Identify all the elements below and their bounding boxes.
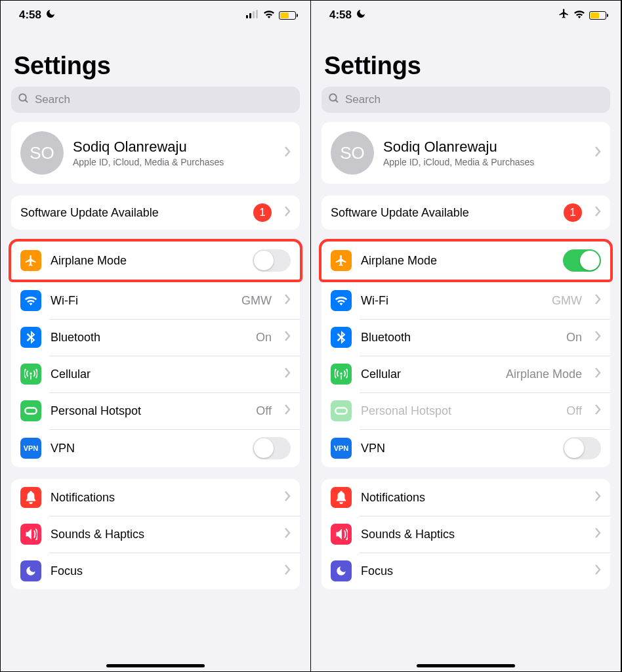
airplane-mode-highlight: Airplane Mode xyxy=(9,239,302,282)
airplane-mode-label: Airplane Mode xyxy=(361,254,554,268)
bluetooth-label: Bluetooth xyxy=(51,331,247,345)
chevron-right-icon xyxy=(285,491,291,504)
profile-row[interactable]: SO Sodiq Olanrewaju Apple ID, iCloud, Me… xyxy=(321,122,610,184)
vpn-icon: VPN xyxy=(331,438,352,459)
hotspot-row[interactable]: Personal Hotspot Off xyxy=(11,392,300,429)
wifi-row[interactable]: Wi-Fi GMW xyxy=(321,282,610,319)
title-area: Settings xyxy=(1,30,310,87)
svg-rect-0 xyxy=(246,15,248,18)
sounds-label: Sounds & Haptics xyxy=(361,528,582,541)
cellular-row[interactable]: Cellular Airplane Mode xyxy=(321,356,610,392)
profile-name: Sodiq Olanrewaju xyxy=(383,138,582,156)
chevron-right-icon xyxy=(595,368,601,381)
wifi-label: Wi-Fi xyxy=(51,294,232,308)
bluetooth-row[interactable]: Bluetooth On xyxy=(321,319,610,356)
hotspot-icon xyxy=(331,400,352,421)
wifi-icon xyxy=(573,9,585,22)
battery-icon xyxy=(279,11,296,20)
cellular-value: Airplane Mode xyxy=(506,368,582,381)
hotspot-row[interactable]: Personal Hotspot Off xyxy=(321,392,610,429)
notifications-row[interactable]: Notifications xyxy=(321,479,610,516)
home-indicator[interactable] xyxy=(106,664,205,667)
notifications-label: Notifications xyxy=(51,491,272,505)
sounds-icon xyxy=(331,524,352,545)
chevron-right-icon xyxy=(595,404,601,417)
cellular-label: Cellular xyxy=(51,368,262,381)
bluetooth-icon xyxy=(20,327,41,348)
update-badge: 1 xyxy=(253,203,272,222)
software-update-row[interactable]: Software Update Available 1 xyxy=(321,196,610,230)
airplane-icon xyxy=(331,250,352,271)
airplane-mode-row[interactable]: Airplane Mode xyxy=(11,242,300,280)
sounds-row[interactable]: Sounds & Haptics xyxy=(321,516,610,553)
alerts-group: Notifications Sounds & Haptics Focus xyxy=(321,479,610,589)
bluetooth-value: On xyxy=(256,331,272,345)
profile-row[interactable]: SO Sodiq Olanrewaju Apple ID, iCloud, Me… xyxy=(11,122,300,184)
avatar: SO xyxy=(331,131,374,175)
phone-left: 4:58 Settings Search xyxy=(1,1,311,671)
do-not-disturb-icon xyxy=(45,9,56,22)
focus-row[interactable]: Focus xyxy=(11,553,300,589)
notifications-icon xyxy=(331,487,352,508)
cellular-icon xyxy=(20,364,41,385)
status-right xyxy=(246,9,296,22)
home-indicator[interactable] xyxy=(417,664,515,667)
airplane-mode-toggle[interactable] xyxy=(253,249,291,272)
hotspot-label: Personal Hotspot xyxy=(361,404,557,418)
svg-line-7 xyxy=(335,100,338,102)
sounds-row[interactable]: Sounds & Haptics xyxy=(11,516,300,553)
vpn-row[interactable]: VPN VPN xyxy=(321,429,610,467)
cellular-label: Cellular xyxy=(361,368,497,381)
vpn-row[interactable]: VPN VPN xyxy=(11,429,300,467)
status-left: 4:58 xyxy=(329,9,366,22)
chevron-right-icon xyxy=(285,206,291,219)
focus-row[interactable]: Focus xyxy=(321,553,610,589)
bluetooth-row[interactable]: Bluetooth On xyxy=(11,319,300,356)
wifi-icon xyxy=(20,290,41,311)
status-time: 4:58 xyxy=(19,9,41,22)
vpn-toggle[interactable] xyxy=(253,437,291,459)
do-not-disturb-icon xyxy=(356,9,366,22)
svg-rect-3 xyxy=(256,10,258,18)
chevron-right-icon xyxy=(595,528,601,541)
search-placeholder: Search xyxy=(35,93,70,106)
airplane-mode-row[interactable]: Airplane Mode xyxy=(321,242,610,280)
wifi-label: Wi-Fi xyxy=(361,294,543,308)
avatar: SO xyxy=(20,131,64,175)
hotspot-value: Off xyxy=(566,404,582,418)
chevron-right-icon xyxy=(285,331,291,344)
chevron-right-icon xyxy=(285,294,291,307)
hotspot-icon xyxy=(20,400,41,421)
search-icon xyxy=(328,93,340,107)
profile-group: SO Sodiq Olanrewaju Apple ID, iCloud, Me… xyxy=(11,122,300,184)
profile-name: Sodiq Olanrewaju xyxy=(73,138,272,156)
airplane-mode-label: Airplane Mode xyxy=(51,254,243,268)
focus-icon xyxy=(20,560,41,581)
wifi-icon xyxy=(263,9,275,22)
cellular-signal-icon xyxy=(246,9,259,22)
status-bar: 4:58 xyxy=(1,1,310,30)
software-update-label: Software Update Available xyxy=(331,206,554,220)
status-time: 4:58 xyxy=(329,9,352,22)
status-right xyxy=(558,8,606,22)
airplane-mode-toggle[interactable] xyxy=(563,249,601,272)
software-update-group: Software Update Available 1 xyxy=(11,196,300,230)
svg-line-5 xyxy=(25,100,28,102)
cellular-row[interactable]: Cellular xyxy=(11,356,300,392)
wifi-row[interactable]: Wi-Fi GMW xyxy=(11,282,300,319)
wifi-value: GMW xyxy=(552,294,582,308)
chevron-right-icon xyxy=(285,146,291,159)
vpn-label: VPN xyxy=(51,442,243,455)
focus-icon xyxy=(331,560,352,581)
search-input[interactable]: Search xyxy=(11,87,300,113)
notifications-row[interactable]: Notifications xyxy=(11,479,300,516)
alerts-group: Notifications Sounds & Haptics Focus xyxy=(11,479,300,589)
software-update-row[interactable]: Software Update Available 1 xyxy=(11,196,300,230)
connectivity-group: Wi-Fi GMW Bluetooth On Cellular Airplane… xyxy=(321,282,610,467)
bluetooth-label: Bluetooth xyxy=(361,331,557,345)
search-input[interactable]: Search xyxy=(321,87,610,113)
connectivity-group: Wi-Fi GMW Bluetooth On Cellular Personal… xyxy=(11,282,300,467)
battery-icon xyxy=(589,11,606,20)
vpn-toggle[interactable] xyxy=(563,437,601,459)
svg-point-6 xyxy=(329,94,337,101)
